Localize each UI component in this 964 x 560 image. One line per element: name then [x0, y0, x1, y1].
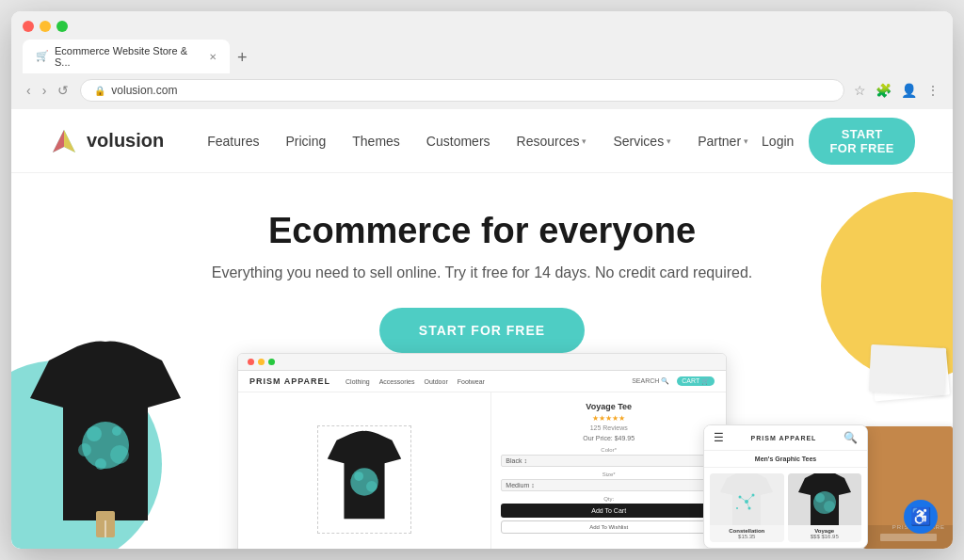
- mockup-color-label: Color*: [501, 447, 716, 453]
- site-nav: volusion Features Pricing Themes Custome…: [11, 109, 953, 173]
- nav-features[interactable]: Features: [194, 126, 272, 156]
- mockup-qty-label: Qty:: [501, 496, 716, 502]
- svg-point-5: [110, 445, 129, 464]
- mockup-close: [248, 359, 254, 365]
- svg-point-12: [354, 472, 363, 481]
- mockup-nav-outdoor: Outdoor: [424, 378, 447, 385]
- mockup-store-name: PRISM APPAREL: [249, 376, 330, 386]
- login-button[interactable]: Login: [762, 134, 794, 149]
- mockup-cart: CART 🛒: [677, 376, 715, 386]
- maximize-window-button[interactable]: [56, 21, 68, 32]
- tab-bar: 🛒 Ecommerce Website Store & S... ✕ +: [23, 40, 941, 73]
- nav-pricing[interactable]: Pricing: [272, 126, 339, 156]
- close-window-button[interactable]: [23, 21, 34, 32]
- svg-point-7: [78, 443, 91, 456]
- tshirt-left-image: [11, 332, 200, 549]
- mockup-nav-footwear: Footwear: [458, 378, 485, 385]
- mockup-minimize: [258, 359, 265, 365]
- svg-marker-2: [53, 130, 64, 152]
- nav-themes[interactable]: Themes: [339, 126, 413, 156]
- svg-point-18: [736, 507, 738, 509]
- desktop-mockup: PRISM APPAREL Clothing Accessories Outdo…: [237, 353, 727, 549]
- chevron-down-icon: ▾: [582, 136, 586, 146]
- tab-close-button[interactable]: ✕: [209, 52, 217, 62]
- logo-text: volusion: [87, 130, 164, 152]
- chevron-down-icon: ▾: [744, 136, 748, 146]
- mockup-add-to-wishlist-button[interactable]: Add To Wishlist: [501, 520, 716, 534]
- site-content: volusion Features Pricing Themes Custome…: [11, 109, 953, 549]
- lock-icon: 🔒: [94, 86, 105, 96]
- nav-links: Features Pricing Themes Customers Resour…: [194, 126, 762, 156]
- mobile-store-name: PRISM APPAREL: [751, 435, 817, 441]
- svg-point-6: [95, 458, 106, 470]
- mobile-menu-icon: ☰: [714, 431, 724, 444]
- nav-services[interactable]: Services ▾: [600, 126, 684, 156]
- svg-point-13: [366, 481, 378, 492]
- browser-chrome: 🛒 Ecommerce Website Store & S... ✕ +: [11, 11, 953, 73]
- extensions-button[interactable]: 🧩: [874, 81, 893, 100]
- mockup-add-to-cart-button[interactable]: Add To Cart: [501, 504, 716, 518]
- site-logo[interactable]: volusion: [49, 126, 164, 156]
- accessibility-icon: ♿: [910, 506, 931, 527]
- hero-subtitle: Everything you need to sell online. Try …: [30, 264, 934, 281]
- hero-cta-button[interactable]: START FOR FREE: [379, 308, 585, 353]
- volusion-logo-icon: [49, 126, 79, 156]
- menu-button[interactable]: ⋮: [924, 81, 941, 100]
- mockup-price: Our Price: $49.95: [501, 435, 716, 441]
- start-free-nav-button[interactable]: START FOR FREE: [809, 118, 915, 165]
- refresh-button[interactable]: ↺: [54, 81, 72, 100]
- svg-point-24: [824, 501, 835, 512]
- mockup-search-label: SEARCH 🔍: [632, 377, 669, 385]
- chevron-down-icon: ▾: [667, 136, 671, 146]
- mobile-search-icon: 🔍: [844, 431, 858, 444]
- profile-button[interactable]: 👤: [899, 81, 919, 100]
- tab-title: Ecommerce Website Store & S...: [55, 45, 203, 68]
- browser-nav-buttons: ‹ › ↺: [23, 81, 72, 100]
- svg-point-4: [87, 426, 102, 441]
- active-tab[interactable]: 🛒 Ecommerce Website Store & S... ✕: [23, 40, 230, 73]
- nav-customers[interactable]: Customers: [413, 126, 504, 156]
- back-button[interactable]: ‹: [23, 81, 35, 100]
- accessibility-button[interactable]: ♿: [904, 500, 938, 534]
- mockup-maximize: [268, 359, 275, 365]
- traffic-lights: [23, 21, 941, 32]
- nav-partner[interactable]: Partner ▾: [684, 126, 762, 156]
- mockup-reviews: 125 Reviews: [501, 424, 716, 431]
- mockup-product-title: Voyage Tee: [501, 402, 716, 411]
- browser-window: 🛒 Ecommerce Website Store & S... ✕ + ‹ ›…: [11, 11, 953, 549]
- mockup-stars: ★★★★★: [501, 414, 716, 423]
- bookmark-button[interactable]: ☆: [852, 81, 868, 100]
- svg-marker-1: [64, 130, 75, 152]
- browser-actions: ☆ 🧩 👤 ⋮: [852, 81, 941, 100]
- hero-section: Ecommerce for everyone Everything you ne…: [11, 173, 953, 549]
- address-bar-row: ‹ › ↺ 🔒 volusion.com ☆ 🧩 👤 ⋮: [11, 73, 953, 109]
- new-tab-button[interactable]: +: [230, 44, 255, 72]
- svg-point-23: [815, 493, 825, 503]
- mobile-section-title: Men's Graphic Tees: [704, 451, 867, 468]
- mobile-mockup: ☰ PRISM APPAREL 🔍 Men's Graphic Tees: [703, 424, 868, 549]
- forward-button[interactable]: ›: [39, 81, 51, 100]
- nav-right: Login START FOR FREE: [762, 118, 915, 165]
- address-bar[interactable]: 🔒 volusion.com: [80, 79, 844, 102]
- mobile-product-price-1: $15.35: [715, 534, 779, 539]
- nav-resources[interactable]: Resources ▾: [504, 126, 601, 156]
- mockup-size-label: Size*: [501, 472, 716, 477]
- mobile-product-price-2: $$$ $16.95: [793, 534, 858, 539]
- hero-title: Ecommerce for everyone: [30, 211, 934, 251]
- mockup-size-select: Medium ↕: [501, 479, 716, 491]
- mockup-nav-clothing: Clothing: [345, 378, 370, 385]
- url-text: volusion.com: [111, 84, 177, 97]
- minimize-window-button[interactable]: [40, 21, 51, 32]
- mockup-nav-accessories: Accessories: [379, 378, 415, 385]
- mobile-product-card-1: Constellation $15.35: [710, 473, 784, 542]
- svg-point-8: [112, 426, 121, 436]
- tab-favicon: 🛒: [36, 50, 49, 63]
- mockup-color-select: Black ↕: [501, 455, 716, 467]
- mobile-product-card-2: Voyage $$$ $16.95: [788, 473, 862, 542]
